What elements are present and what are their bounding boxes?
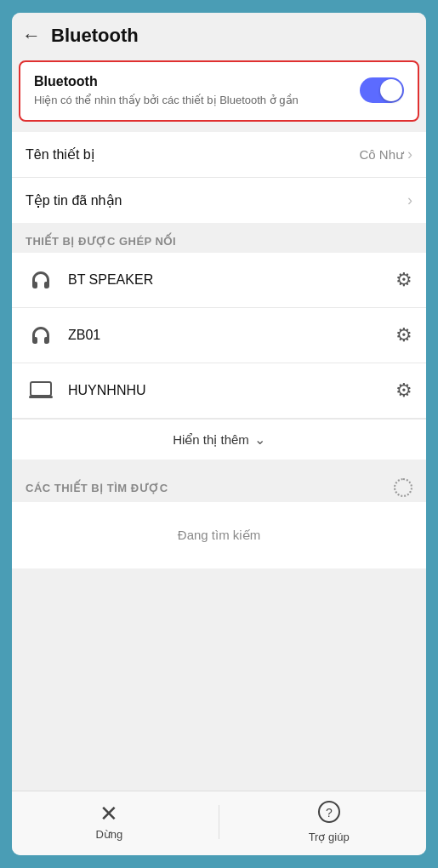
bottom-bar: ✕ Dừng ? Trợ giúp [12, 791, 426, 855]
help-label: Trợ giúp [309, 831, 350, 843]
bluetooth-toggle-description: Hiện có thể nhìn thấy bởi các thiết bị B… [34, 93, 350, 108]
chevron-right-icon-2: › [407, 191, 412, 209]
discovered-section: CÁC THIẾT BỊ TÌM ĐƯỢC Đang tìm kiếm [12, 466, 426, 568]
paired-devices-header: THIẾT BỊ ĐƯỢC GHÉP NỐI [12, 223, 426, 253]
device-name-item[interactable]: Tên thiết bị Cô Như › [12, 132, 426, 178]
paired-devices-list: BT SPEAKER ⚙ ZB01 ⚙ [12, 253, 426, 460]
discovered-section-title: CÁC THIẾT BỊ TÌM ĐƯỢC [26, 482, 168, 494]
bottom-separator [219, 805, 219, 839]
settings-icon-3[interactable]: ⚙ [395, 380, 412, 402]
loading-spinner [394, 478, 412, 497]
content-area: Bluetooth Hiện có thể nhìn thấy bởi các … [12, 57, 426, 791]
page-header: ← Bluetooth [12, 13, 426, 57]
svg-rect-1 [29, 396, 53, 398]
received-files-item[interactable]: Tệp tin đã nhận › [12, 178, 426, 223]
bluetooth-toggle[interactable] [360, 77, 404, 103]
headphone-icon-2 [26, 320, 56, 351]
bluetooth-toggle-section[interactable]: Bluetooth Hiện có thể nhìn thấy bởi các … [19, 60, 419, 122]
discovered-section-header-row: CÁC THIẾT BỊ TÌM ĐƯỢC [12, 466, 426, 502]
settings-icon-2[interactable]: ⚙ [395, 324, 412, 346]
device-name-huynhnhu: HUYNHNHU [68, 383, 395, 398]
bluetooth-toggle-text: Bluetooth Hiện có thể nhìn thấy bởi các … [34, 74, 350, 108]
help-icon: ? [317, 800, 341, 827]
stop-label: Dừng [95, 828, 122, 841]
device-bt-speaker[interactable]: BT SPEAKER ⚙ [12, 253, 426, 308]
svg-rect-0 [31, 382, 51, 396]
chevron-down-icon: ⌄ [254, 431, 265, 448]
settings-icon-1[interactable]: ⚙ [395, 269, 412, 291]
chevron-right-icon: › [407, 146, 412, 163]
laptop-icon [26, 375, 56, 406]
device-name-value: Cô Như › [359, 146, 412, 163]
received-files-label: Tệp tin đã nhận [26, 192, 122, 208]
device-zb01[interactable]: ZB01 ⚙ [12, 308, 426, 363]
svg-text:?: ? [326, 806, 333, 819]
searching-text: Đang tìm kiếm [12, 502, 426, 568]
help-button[interactable]: ? Trợ giúp [295, 800, 363, 843]
device-name-bt-speaker: BT SPEAKER [68, 272, 395, 288]
back-button[interactable]: ← [22, 26, 41, 45]
stop-button[interactable]: ✕ Dừng [75, 802, 143, 841]
close-icon: ✕ [100, 802, 118, 825]
device-name-label: Tên thiết bị [26, 146, 94, 163]
page-title: Bluetooth [51, 25, 139, 47]
menu-section: Tên thiết bị Cô Như › Tệp tin đã nhận › [12, 132, 426, 223]
received-files-chevron: › [407, 191, 412, 209]
show-more-button[interactable]: Hiển thị thêm ⌄ [12, 419, 426, 460]
headphone-icon-1 [26, 265, 56, 295]
bluetooth-toggle-title: Bluetooth [34, 74, 350, 89]
device-huynhnhu[interactable]: HUYNHNHU ⚙ [12, 363, 426, 419]
toggle-knob [380, 79, 402, 101]
show-more-label: Hiển thị thêm [173, 432, 249, 448]
device-name-zb01: ZB01 [68, 328, 395, 343]
